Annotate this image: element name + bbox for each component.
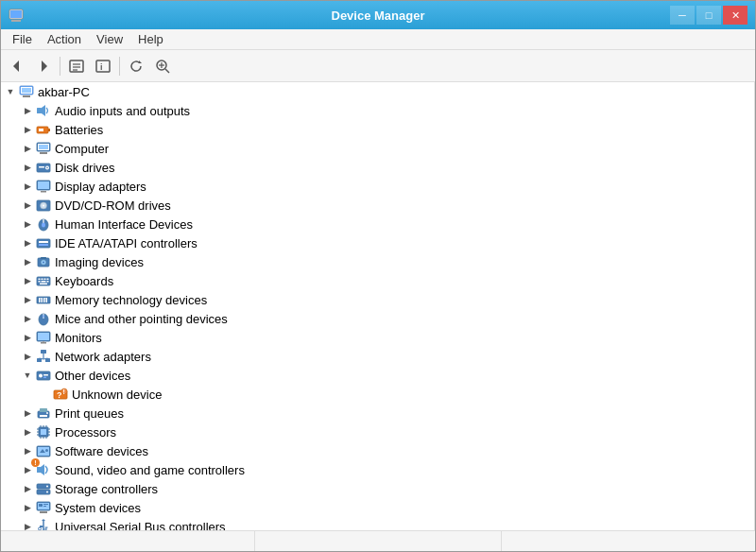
svg-marker-119 xyxy=(42,519,45,521)
svg-rect-42 xyxy=(37,239,50,248)
tree-root[interactable]: ▼ akbar-PC xyxy=(1,82,754,101)
tree-dvd[interactable]: ▶ DVD/CD-ROM drives xyxy=(1,196,754,215)
tree-processors[interactable]: ▶ xyxy=(1,423,754,441)
tree-keyboards[interactable]: ▶ Keyboards xyxy=(1,271,754,290)
title-bar: Device Manager ─ □ ✕ xyxy=(1,1,755,29)
storage-toggle[interactable]: ▶ xyxy=(20,481,35,496)
main-content: ▼ akbar-PC ▶ xyxy=(1,82,755,530)
computer-toggle[interactable]: ▶ xyxy=(20,141,35,156)
back-icon xyxy=(9,59,25,74)
batteries-toggle[interactable]: ▶ xyxy=(20,122,35,137)
svg-rect-34 xyxy=(38,181,49,189)
menu-action[interactable]: Action xyxy=(40,30,89,48)
network-label: Network adapters xyxy=(55,350,151,364)
ide-icon xyxy=(35,235,52,250)
keyboard-device-icon xyxy=(36,273,51,288)
computer-device-icon xyxy=(35,141,52,156)
svg-rect-24 xyxy=(39,129,43,131)
tree-computer[interactable]: ▶ Computer xyxy=(1,139,754,158)
scan-changes-button[interactable] xyxy=(150,54,175,78)
disk-toggle[interactable]: ▶ xyxy=(20,160,35,175)
dvd-toggle[interactable]: ▶ xyxy=(20,198,35,213)
app-icon xyxy=(9,8,24,23)
tree-network[interactable]: ▶ Network adapters xyxy=(1,347,754,366)
display-toggle[interactable]: ▶ xyxy=(20,179,35,194)
menu-help[interactable]: Help xyxy=(130,30,171,48)
back-button[interactable] xyxy=(5,54,29,78)
menu-view[interactable]: View xyxy=(89,30,130,48)
tree-software[interactable]: ▶ Software devices xyxy=(1,441,754,460)
svg-rect-106 xyxy=(37,467,41,473)
warning-badge: ! xyxy=(31,458,40,467)
svg-rect-23 xyxy=(48,129,50,131)
tree-monitors[interactable]: ▶ Monitors xyxy=(1,328,754,347)
svg-rect-115 xyxy=(39,504,43,507)
hid-label: Human Interface Devices xyxy=(55,217,193,232)
tree-ide[interactable]: ▶ IDE ATA/ATAPI controllers xyxy=(1,233,754,252)
menu-file[interactable]: File xyxy=(5,30,40,48)
svg-point-41 xyxy=(42,223,45,228)
tree-imaging[interactable]: ▶ Imaging devices xyxy=(1,252,754,271)
hid-toggle[interactable]: ▶ xyxy=(20,216,35,232)
svg-rect-61 xyxy=(43,298,45,302)
software-label: Software devices xyxy=(55,444,148,458)
tree-usb[interactable]: ▶ Universal Serial Bus controllers xyxy=(1,517,754,530)
minimize-button[interactable]: ─ xyxy=(670,6,695,25)
svg-point-111 xyxy=(46,492,48,493)
memory-label: Memory technology devices xyxy=(55,293,207,307)
tree-display[interactable]: ▶ Display adapters xyxy=(1,177,754,196)
print-toggle[interactable]: ▶ xyxy=(20,405,35,421)
imaging-toggle[interactable]: ▶ xyxy=(20,254,35,269)
tree-print[interactable]: ▶ Print queues xyxy=(1,404,754,423)
mice-toggle[interactable]: ▶ xyxy=(20,311,35,326)
svg-text:i: i xyxy=(100,62,103,72)
help-about-button[interactable]: i xyxy=(91,54,115,78)
tree-sound[interactable]: ▶ ! Sound, video and game controllers xyxy=(1,460,754,479)
usb-toggle[interactable]: ▶ xyxy=(20,519,35,530)
svg-rect-35 xyxy=(41,191,46,193)
audio-toggle[interactable]: ▶ xyxy=(20,103,35,118)
monitors-toggle[interactable]: ▶ xyxy=(20,330,35,345)
root-icon xyxy=(18,84,35,99)
tree-hid[interactable]: ▶ Human Interface Devices xyxy=(1,215,754,233)
processor-icon xyxy=(35,424,52,440)
svg-point-31 xyxy=(46,167,48,169)
svg-rect-57 xyxy=(40,284,47,285)
forward-icon xyxy=(36,59,51,74)
tree-other[interactable]: ▼ Other devices xyxy=(1,366,754,385)
svg-rect-28 xyxy=(39,145,48,149)
disk-icon xyxy=(35,160,52,175)
svg-line-13 xyxy=(165,69,169,73)
memory-toggle[interactable]: ▶ xyxy=(20,292,35,307)
svg-rect-54 xyxy=(39,281,41,283)
properties-button[interactable] xyxy=(64,54,89,78)
forward-button[interactable] xyxy=(31,54,56,78)
close-button[interactable]: ✕ xyxy=(723,6,747,25)
tree-audio[interactable]: ▶ Audio inputs and outputs xyxy=(1,101,754,120)
tree-disk[interactable]: ▶ Disk drives xyxy=(1,158,754,177)
ide-toggle[interactable]: ▶ xyxy=(20,235,35,250)
device-tree[interactable]: ▼ akbar-PC ▶ xyxy=(1,82,755,530)
window-title: Device Manager xyxy=(332,9,425,23)
svg-rect-55 xyxy=(42,281,46,283)
system-toggle[interactable]: ▶ xyxy=(20,500,35,515)
storage-device-icon xyxy=(36,481,51,496)
svg-rect-53 xyxy=(47,279,49,281)
other-toggle[interactable]: ▼ xyxy=(20,368,35,383)
root-toggle[interactable]: ▼ xyxy=(3,84,18,99)
tree-mice[interactable]: ▶ Mice and other pointing devices xyxy=(1,309,754,328)
svg-rect-86 xyxy=(40,415,47,417)
tree-storage[interactable]: ▶ Storage controllers xyxy=(1,479,754,498)
print-icon xyxy=(35,405,52,421)
tree-memory[interactable]: ▶ Memory technology devices xyxy=(1,290,754,309)
software-toggle[interactable]: ▶ xyxy=(20,443,35,458)
refresh-button[interactable] xyxy=(124,54,148,78)
unknown-device-icon: ? ! xyxy=(53,387,68,402)
processors-toggle[interactable]: ▶ xyxy=(20,424,35,440)
network-toggle[interactable]: ▶ xyxy=(20,349,35,364)
tree-batteries[interactable]: ▶ Batteries xyxy=(1,120,754,139)
tree-system[interactable]: ▶ System devices xyxy=(1,498,754,517)
keyboards-toggle[interactable]: ▶ xyxy=(20,273,35,288)
tree-unknown[interactable]: ▶ ? ! Unknown device xyxy=(1,385,754,404)
maximize-button[interactable]: □ xyxy=(696,6,721,25)
